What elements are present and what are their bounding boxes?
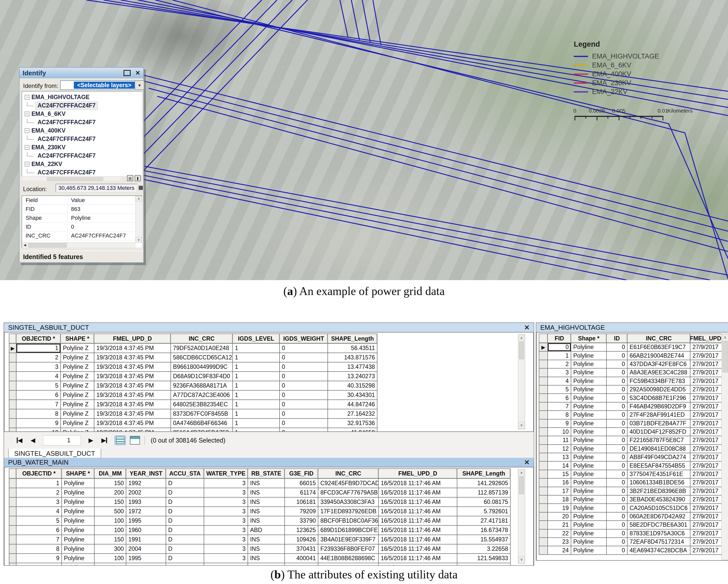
table-row[interactable]: ▶1Polyline Z19/3/2018 4:37:45 PM79DF52A0… — [9, 344, 378, 353]
column-header[interactable]: ACCU_STA — [166, 468, 204, 479]
last-record-button[interactable]: ▶ — [101, 437, 107, 444]
table-row[interactable]: 11Polyline0F221658787F5E8C727/9/2017 — [539, 436, 728, 445]
row-selector[interactable] — [9, 526, 17, 535]
column-header[interactable]: SHAPE * — [61, 334, 94, 344]
row-selector[interactable] — [9, 479, 17, 488]
row-selector[interactable] — [9, 362, 17, 372]
tree-feature-label[interactable]: AC24F7CFFFAC24F7 — [35, 152, 98, 160]
row-selector[interactable] — [539, 368, 548, 377]
row-selector[interactable]: ▶ — [539, 343, 548, 352]
table-row[interactable]: 7Polyline1501991D3INS1094263B4A01E9E0F33… — [9, 535, 511, 545]
show-all-records-icon[interactable] — [115, 436, 126, 445]
map-view[interactable]: Legend EMA_HIGHVOLTAGEEMA_6_6KVEMA_400KV… — [0, 0, 728, 280]
row-selector[interactable] — [539, 496, 548, 504]
column-header[interactable]: FMEL_UPD_D — [379, 468, 457, 479]
collapse-icon[interactable]: − — [25, 95, 29, 100]
vertical-scrollbar[interactable]: ∧ ∨ — [518, 469, 525, 564]
table-row[interactable]: 12Polyline0DE1490841ED08C8827/9/2017 — [539, 445, 728, 453]
row-selector[interactable] — [539, 546, 548, 555]
scroll-down-icon[interactable]: ∨ — [136, 237, 142, 243]
table-row[interactable]: 8Polyline Z19/3/2018 4:37:45 PM8373D67FC… — [9, 409, 378, 419]
location-field[interactable]: 30,465.673 29,148.133 Meters — [56, 184, 137, 192]
tree-layer-item[interactable]: −EMA_6_6KV — [25, 110, 142, 118]
maximize-icon[interactable] — [124, 70, 131, 76]
table-row[interactable]: 6Polyline053C4DD68B7E1F29627/9/2017 — [539, 394, 728, 402]
tree-feature-label[interactable]: AC24F7CFFFAC24F7 — [35, 118, 98, 126]
row-selector[interactable] — [9, 563, 17, 565]
row-selector[interactable] — [9, 428, 17, 432]
identify-titlebar[interactable]: Identify ✕ — [20, 68, 143, 78]
tree-feature-item[interactable]: AC24F7CFFFAC24F7 — [27, 168, 142, 177]
row-selector[interactable] — [9, 409, 17, 419]
row-selector[interactable] — [9, 419, 17, 428]
row-selector[interactable] — [539, 521, 548, 529]
row-selector[interactable] — [539, 411, 548, 419]
table-row[interactable]: 23Polyline072EAF8D47517231427/9/2017 — [539, 538, 728, 546]
column-header[interactable]: INC_CRC — [171, 334, 233, 344]
row-selector[interactable] — [9, 554, 17, 563]
table-row[interactable]: 10Polyline Z19/3/2018 4:37:45 PM2516A4D7… — [9, 428, 378, 432]
scroll-down-icon[interactable]: ∨ — [518, 422, 525, 429]
collapse-icon[interactable]: − — [25, 162, 29, 167]
table-row[interactable]: 3Polyline1501993D3INS106181339450A3308C3… — [9, 498, 511, 507]
column-header[interactable]: YEAR_INST — [126, 468, 166, 479]
grid-horizontal-scrollbar[interactable]: ◀ — [22, 242, 136, 248]
vertical-scrollbar[interactable]: ∧ ∨ — [518, 334, 525, 429]
grid-vertical-scrollbar[interactable]: ∧ ∨ — [135, 196, 142, 243]
tree-layer-label[interactable]: EMA_22KV — [31, 161, 62, 168]
tree-layer-label[interactable]: EMA_HIGHVOLTAGE — [31, 94, 89, 101]
row-selector[interactable] — [9, 391, 17, 400]
record-number-input[interactable]: 1 — [43, 435, 81, 445]
table-row[interactable]: 5Polyline Z19/3/2018 4:37:45 PM9236FA368… — [9, 381, 378, 391]
table-row[interactable]: 5Polyline0292A50098D2E4DD527/9/2017 — [539, 386, 728, 394]
tab-singtel-asbuilt-duct[interactable]: SINGTEL_ASBUILT_DUCT — [8, 449, 101, 459]
table-row[interactable]: 21Polyline058E2DFDC7BE6A30127/9/2017 — [539, 521, 728, 529]
collapse-icon[interactable]: − — [25, 128, 29, 133]
scroll-up-icon[interactable]: ∧ — [722, 334, 728, 341]
tree-feature-label[interactable]: AC24F7CFFFAC24F7 — [35, 169, 98, 176]
row-selector[interactable] — [9, 488, 17, 498]
table-row[interactable]: 1Polyline066AB219004B2E74427/9/2017 — [539, 352, 728, 360]
column-header[interactable]: SHAPE * — [62, 468, 95, 479]
table-row[interactable]: 9Polyline Z19/3/2018 4:37:45 PM0A4746B6B… — [9, 419, 378, 428]
row-selector[interactable] — [539, 512, 548, 521]
table-row[interactable]: 9Polyline1001995D3INS40004144E1B08B62886… — [9, 554, 511, 563]
previous-record-button[interactable]: ◀ — [30, 437, 35, 444]
table-row[interactable]: 7Polyline0F46AB429B69D2DF927/9/2017 — [539, 402, 728, 411]
row-selector[interactable] — [539, 360, 548, 368]
column-header[interactable]: ID — [607, 334, 628, 343]
table-row[interactable]: 10Polyline040D1DD4F12F852FD27/9/2017 — [539, 428, 728, 436]
table-row[interactable]: 3Polyline0A8A3EA9EE3C4C28827/9/2017 — [539, 368, 728, 377]
table-row[interactable]: 6Polyline Z19/3/2018 4:37:45 PMA77DC87A2… — [9, 391, 378, 400]
tree-option-icon[interactable]: ❚ — [135, 175, 141, 181]
row-selector[interactable] — [539, 428, 548, 436]
tree-feature-item[interactable]: AC24F7CFFFAC24F7 — [27, 135, 142, 143]
row-selector[interactable] — [539, 402, 548, 411]
row-selector[interactable] — [539, 453, 548, 462]
tree-layer-item[interactable]: −EMA_400KV — [25, 127, 142, 135]
scroll-left-icon[interactable]: ◀ — [22, 243, 28, 247]
first-record-button[interactable]: ◀ — [17, 437, 22, 444]
column-header[interactable]: SHAPE_Length — [328, 334, 378, 344]
row-selector[interactable] — [9, 372, 17, 381]
table-row[interactable]: 2Polyline0437DDA3F42FE8FC627/9/2017 — [539, 360, 728, 368]
column-header[interactable]: Shape * — [571, 334, 607, 343]
tree-option-icon[interactable]: ▤ — [127, 175, 133, 181]
tree-feature-label[interactable]: AC24F7CFFFAC24F7 — [35, 135, 98, 143]
row-selector[interactable] — [539, 352, 548, 360]
table-row[interactable]: 10Polyline2001992D3ABD591631B97BE8917B44… — [9, 563, 511, 565]
table-row[interactable]: 24Polyline04EA694374C28DCBA27/9/2017 — [539, 546, 728, 555]
scroll-down-icon[interactable]: ∨ — [518, 556, 525, 563]
table-row[interactable]: 6Polyline1001960D3ABD123625689D1D61899BC… — [9, 526, 511, 535]
row-selector[interactable] — [539, 386, 548, 394]
tree-feature-item[interactable]: AC24F7CFFFAC24F7 — [27, 118, 142, 127]
tree-layer-item[interactable]: −EMA_230KV — [25, 143, 142, 151]
table-row[interactable]: 14Polyline0E8EE5AF847554B5527/9/2017 — [539, 462, 728, 470]
row-selector[interactable] — [9, 498, 17, 507]
table-row[interactable]: 15Polyline03775047E4351F61E27/9/2017 — [539, 470, 728, 478]
location-options-icon[interactable] — [139, 186, 143, 190]
scroll-up-icon[interactable]: ∧ — [518, 335, 525, 342]
column-header[interactable]: IGDS_WEIGHT — [280, 334, 328, 344]
vertical-scrollbar[interactable]: ∧ — [721, 334, 728, 560]
tree-feature-item[interactable]: AC24F7CFFFAC24F7 — [27, 151, 142, 160]
